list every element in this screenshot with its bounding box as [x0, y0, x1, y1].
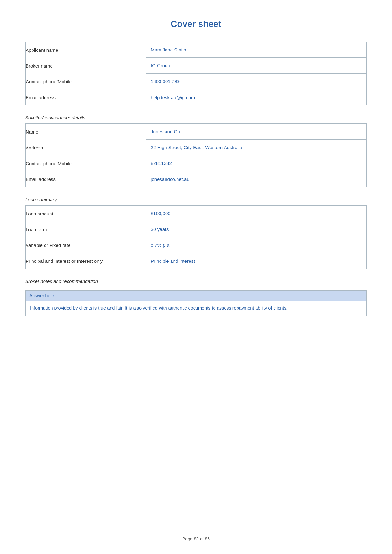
loan-term-row: Loan term 30 years [26, 221, 366, 237]
page-title: Cover sheet [25, 19, 367, 29]
solicitor-email-row: Email address jonesandco.net.au [26, 171, 366, 187]
page-footer: Page 82 of 86 [0, 536, 392, 541]
loan-repayment-label: Principal and Interest or Interest only [26, 253, 146, 269]
solicitor-contact-label: Contact phone/Mobile [26, 155, 146, 171]
contact-phone-label: Contact phone/Mobile [26, 74, 146, 89]
loan-grouped-box: Loan amount $100,000 Loan term 30 years … [25, 205, 367, 269]
email-value: helpdesk.au@ig.com [146, 89, 366, 105]
solicitor-email-label: Email address [26, 171, 146, 187]
loan-amount-row: Loan amount $100,000 [26, 206, 366, 221]
loan-repayment-row: Principal and Interest or Interest only … [26, 253, 366, 269]
applicant-section: Applicant name Mary Jane Smith Broker na… [25, 42, 367, 105]
loan-term-label: Loan term [26, 221, 146, 237]
broker-notes-text: Information provided by clients is true … [26, 301, 366, 316]
loan-repayment-value: Principle and interest [146, 253, 366, 269]
solicitor-grouped-box: Name Jones and Co Address 22 High Street… [25, 123, 367, 187]
solicitor-address-value: 22 High Street, City East, Western Austr… [146, 140, 366, 155]
broker-value: IG Group [146, 58, 366, 74]
loan-rate-value: 5.7% p.a [146, 237, 366, 253]
loan-amount-label: Loan amount [26, 206, 146, 221]
broker-notes-answer-placeholder[interactable]: Answer here [26, 291, 366, 301]
loan-amount-value: $100,000 [146, 206, 366, 221]
contact-phone-value: 1800 601 799 [146, 74, 366, 89]
loan-section: Loan summary Loan amount $100,000 Loan t… [25, 197, 367, 269]
loan-heading: Loan summary [25, 197, 367, 202]
loan-rate-label: Variable or Fixed rate [26, 237, 146, 253]
solicitor-section: Solicitor/conveyancer details Name Jones… [25, 115, 367, 187]
loan-term-value: 30 years [146, 221, 366, 237]
solicitor-address-label: Address [26, 140, 146, 155]
email-row: Email address helpdesk.au@ig.com [26, 89, 366, 105]
solicitor-heading: Solicitor/conveyancer details [25, 115, 367, 120]
solicitor-name-value: Jones and Co [146, 124, 366, 140]
broker-notes-box: Answer here Information provided by clie… [25, 290, 367, 316]
applicant-grouped-box: Applicant name Mary Jane Smith Broker na… [25, 42, 367, 105]
solicitor-name-label: Name [26, 124, 146, 140]
applicant-value: Mary Jane Smith [146, 42, 366, 58]
applicant-row: Applicant name Mary Jane Smith [26, 42, 366, 58]
solicitor-contact-row: Contact phone/Mobile 82811382 [26, 155, 366, 171]
page-container: Cover sheet Applicant name Mary Jane Smi… [0, 0, 392, 554]
solicitor-address-row: Address 22 High Street, City East, Weste… [26, 140, 366, 155]
applicant-label: Applicant name [26, 42, 146, 58]
broker-notes-section: Broker notes and recommendation Answer h… [25, 279, 367, 316]
broker-row: Broker name IG Group [26, 58, 366, 74]
email-label: Email address [26, 89, 146, 105]
solicitor-email-value: jonesandco.net.au [146, 171, 366, 187]
solicitor-contact-value: 82811382 [146, 155, 366, 171]
contact-phone-row: Contact phone/Mobile 1800 601 799 [26, 74, 366, 89]
broker-label: Broker name [26, 58, 146, 74]
solicitor-name-row: Name Jones and Co [26, 124, 366, 140]
loan-rate-row: Variable or Fixed rate 5.7% p.a [26, 237, 366, 253]
broker-notes-heading: Broker notes and recommendation [25, 279, 367, 284]
